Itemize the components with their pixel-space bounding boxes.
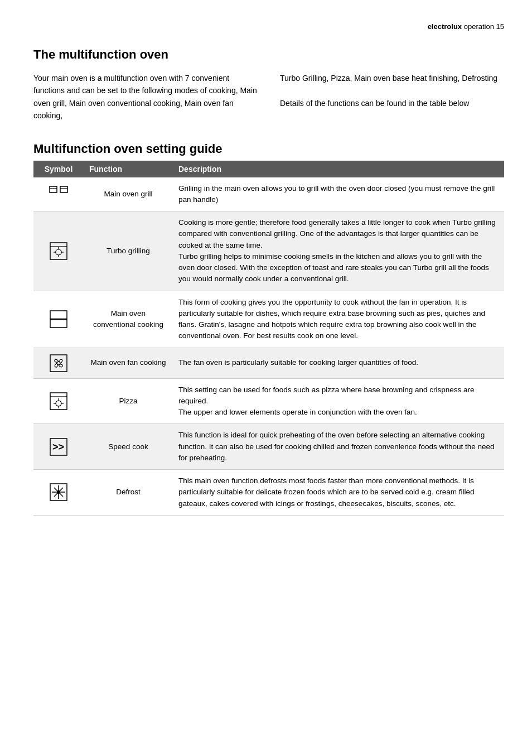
table-row: Main oven conventional cookingThis form … bbox=[33, 291, 504, 348]
table-row: DefrostThis main oven function defrosts … bbox=[33, 470, 504, 516]
symbol-cell bbox=[33, 348, 84, 378]
symbol-cell bbox=[33, 378, 84, 424]
symbol-cell bbox=[33, 470, 84, 516]
description-cell: This form of cooking gives you the oppor… bbox=[173, 291, 504, 348]
svg-point-16 bbox=[56, 401, 61, 406]
intro-left: Your main oven is a multifunction oven w… bbox=[33, 72, 258, 122]
function-cell: Pizza bbox=[84, 378, 173, 424]
description-cell: Grilling in the main oven allows you to … bbox=[173, 177, 504, 211]
svg-point-28 bbox=[57, 490, 60, 494]
function-cell: Main oven conventional cooking bbox=[84, 291, 173, 348]
intro-right-text2: Details of the functions can be found in… bbox=[280, 99, 469, 108]
function-cell: Speed cook bbox=[84, 424, 173, 470]
col-header-description: Description bbox=[173, 161, 504, 177]
description-cell: The fan oven is particularly suitable fo… bbox=[173, 348, 504, 378]
svg-rect-12 bbox=[50, 355, 67, 372]
table-header-row: Symbol Function Description bbox=[33, 161, 504, 177]
guide-title: Multifunction oven setting guide bbox=[33, 142, 504, 156]
brand-name: electrolux bbox=[428, 22, 462, 31]
main-section-title: The multifunction oven bbox=[33, 47, 504, 62]
description-cell: Cooking is more gentle; therefore food g… bbox=[173, 211, 504, 291]
function-cell: Main oven fan cooking bbox=[84, 348, 173, 378]
intro-section: Your main oven is a multifunction oven w… bbox=[33, 72, 504, 122]
intro-right: Turbo Grilling, Pizza, Main oven base he… bbox=[280, 72, 504, 122]
svg-rect-0 bbox=[50, 186, 57, 192]
section-label: operation bbox=[464, 22, 494, 31]
symbol-cell bbox=[33, 291, 84, 348]
page: electrolux operation 15 The multifunctio… bbox=[0, 0, 532, 756]
svg-rect-2 bbox=[60, 186, 67, 192]
table-row: >> Speed cookThis function is ideal for … bbox=[33, 424, 504, 470]
description-cell: This setting can be used for foods such … bbox=[173, 378, 504, 424]
symbol-cell: >> bbox=[33, 424, 84, 470]
function-cell: Turbo grilling bbox=[84, 211, 173, 291]
guide-table: Symbol Function Description Main oven gr… bbox=[33, 161, 504, 516]
table-row: Main oven fan cookingThe fan oven is par… bbox=[33, 348, 504, 378]
table-row: Turbo grillingCooking is more gentle; th… bbox=[33, 211, 504, 291]
function-cell: Defrost bbox=[84, 470, 173, 516]
svg-text:>>: >> bbox=[52, 441, 64, 452]
symbol-cell bbox=[33, 177, 84, 211]
guide-section: Multifunction oven setting guide Symbol … bbox=[33, 142, 504, 516]
col-header-function: Function bbox=[84, 161, 173, 177]
page-number: 15 bbox=[496, 22, 504, 31]
col-header-symbol: Symbol bbox=[33, 161, 84, 177]
symbol-cell bbox=[33, 211, 84, 291]
function-cell: Main oven grill bbox=[84, 177, 173, 211]
table-row: Main oven grillGrilling in the main oven… bbox=[33, 177, 504, 211]
page-header: electrolux operation 15 bbox=[33, 22, 504, 31]
description-cell: This main oven function defrosts most fo… bbox=[173, 470, 504, 516]
intro-right-text: Turbo Grilling, Pizza, Main oven base he… bbox=[280, 74, 497, 83]
description-cell: This function is ideal for quick preheat… bbox=[173, 424, 504, 470]
table-row: PizzaThis setting can be used for foods … bbox=[33, 378, 504, 424]
